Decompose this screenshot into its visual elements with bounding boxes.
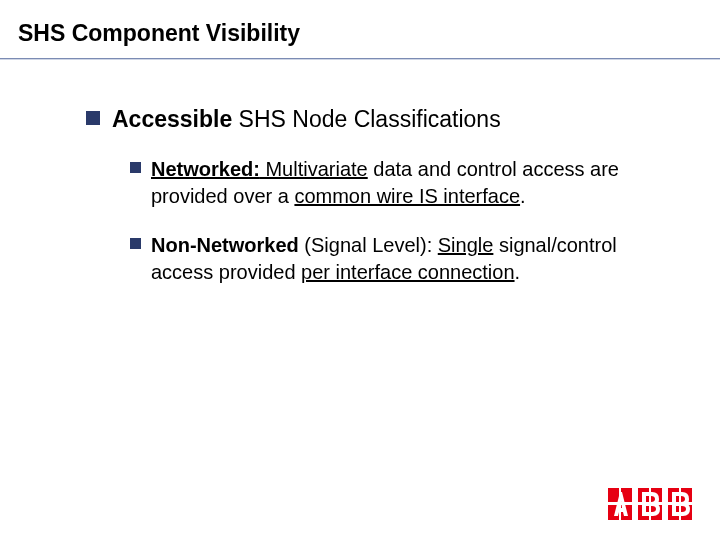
square-bullet-icon xyxy=(130,162,141,173)
svg-rect-0 xyxy=(608,488,619,502)
networked-seg4: . xyxy=(520,185,526,207)
square-bullet-icon xyxy=(86,111,100,125)
non-networked-seg1: (Signal Level): xyxy=(299,234,438,256)
non-networked-seg2: Single xyxy=(438,234,494,256)
slide-title: SHS Component Visibility xyxy=(18,20,300,47)
non-networked-seg5: . xyxy=(515,261,521,283)
level2-group: Networked: Multivariate data and control… xyxy=(130,156,656,286)
level1-text: Accessible SHS Node Classifications xyxy=(112,105,501,134)
level1-strong: Accessible xyxy=(112,106,232,132)
square-bullet-icon xyxy=(130,238,141,249)
abb-logo-icon xyxy=(608,488,692,520)
level1-rest: SHS Node Classifications xyxy=(232,106,500,132)
title-divider xyxy=(0,58,720,60)
content-area: Accessible SHS Node Classifications Netw… xyxy=(86,105,656,308)
bullet-networked: Networked: Multivariate data and control… xyxy=(130,156,656,210)
bullet-level1: Accessible SHS Node Classifications xyxy=(86,105,656,134)
non-networked-seg4: per interface connection xyxy=(301,261,514,283)
networked-text: Networked: Multivariate data and control… xyxy=(151,156,656,210)
non-networked-lead: Non-Networked xyxy=(151,234,299,256)
networked-seg1: Multivariate xyxy=(260,158,368,180)
bullet-non-networked: Non-Networked (Signal Level): Single sig… xyxy=(130,232,656,286)
networked-lead: Networked: xyxy=(151,158,260,180)
networked-seg3: common wire IS interface xyxy=(294,185,520,207)
non-networked-text: Non-Networked (Signal Level): Single sig… xyxy=(151,232,656,286)
slide: SHS Component Visibility Accessible SHS … xyxy=(0,0,720,540)
